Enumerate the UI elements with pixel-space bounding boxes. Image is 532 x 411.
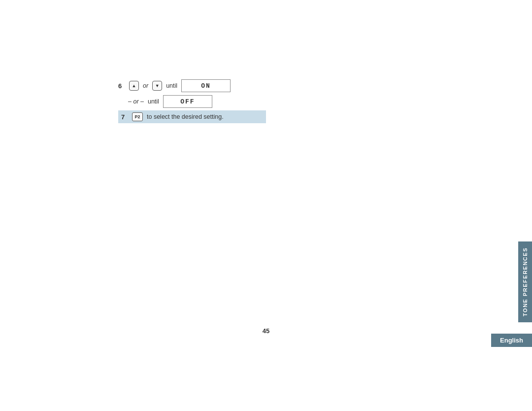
p2-button-icon[interactable]: P2	[132, 112, 143, 121]
step6-indent-row: – or – until OFF	[118, 95, 266, 108]
down-button-icon[interactable]: ▼	[152, 81, 162, 91]
step6-or-text: or	[143, 82, 148, 89]
step7-text: to select the desired setting.	[147, 113, 224, 120]
page-number: 45	[263, 327, 269, 335]
step7-number: 7	[121, 113, 128, 121]
until-indent-text: until	[148, 98, 159, 105]
step6-row: 6 ▲ or ▼ until ON	[118, 79, 266, 93]
main-content: 6 ▲ or ▼ until ON – or – until OFF 7 P2 …	[118, 79, 266, 123]
side-tab-label: TONE PREFERENCES	[522, 247, 528, 316]
step6-until-text: until	[166, 82, 177, 89]
display-off: OFF	[163, 95, 212, 108]
display-on: ON	[181, 79, 231, 92]
language-badge: English	[491, 334, 532, 347]
step6-number: 6	[118, 82, 125, 90]
up-button-icon[interactable]: ▲	[129, 81, 139, 91]
instruction-block: 6 ▲ or ▼ until ON – or – until OFF 7 P2 …	[118, 79, 266, 123]
step7-row: 7 P2 to select the desired setting.	[118, 110, 266, 123]
side-tab: TONE PREFERENCES	[518, 241, 532, 322]
or-indent-text: – or –	[128, 98, 144, 105]
